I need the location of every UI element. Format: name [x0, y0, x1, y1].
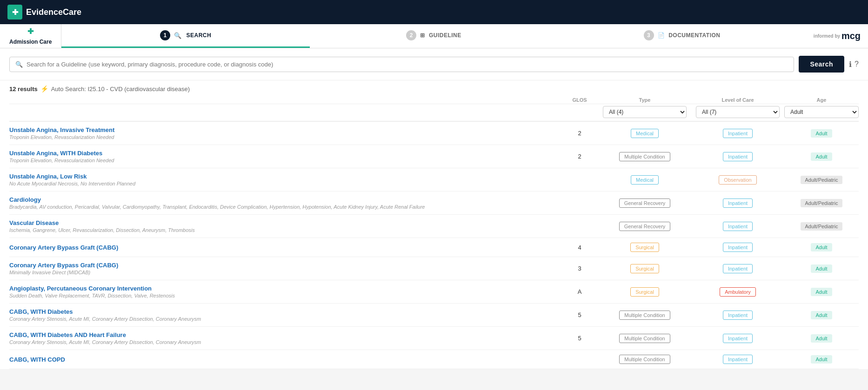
result-title[interactable]: CABG, WITH Diabetes AND Heart Failure: [9, 331, 561, 338]
result-title[interactable]: Unstable Angina, Low Risk: [9, 173, 561, 180]
result-title[interactable]: CABG, WITH Diabetes: [9, 308, 561, 315]
search-input[interactable]: [27, 61, 788, 68]
level-badge: Inpatient: [723, 264, 753, 273]
type-badge: Medical: [631, 129, 659, 138]
type-badge: Multiple Condition: [619, 152, 670, 161]
level-filter-wrapper[interactable]: All (7): [691, 106, 784, 118]
result-age-badge: Adult: [784, 264, 859, 273]
result-info: Angioplasty, Percutaneous Coronary Inter…: [9, 285, 561, 298]
result-glos: A: [561, 288, 598, 295]
result-age-badge: Adult: [784, 129, 859, 138]
search-button[interactable]: Search: [799, 56, 844, 73]
age-filter-wrapper[interactable]: Adult: [784, 106, 859, 118]
step2-num: 2: [406, 30, 416, 40]
col-glos-header: GLOS: [561, 97, 598, 103]
admission-icon: ✚: [27, 27, 33, 36]
results-count: 12 results: [9, 86, 38, 93]
result-title[interactable]: Coronary Artery Bypass Graft (CABG): [9, 262, 561, 269]
type-badge: Surgical: [630, 264, 659, 273]
result-age-badge: Adult: [784, 288, 859, 296]
level-badge: Inpatient: [723, 243, 753, 252]
info-icon[interactable]: ℹ: [849, 60, 852, 69]
result-info: CABG, WITH COPD: [9, 356, 561, 363]
age-filter-select[interactable]: Adult: [784, 106, 859, 118]
age-badge: Adult: [811, 355, 832, 364]
auto-search-text: Auto Search: I25.10 - CVD (cardiovascula…: [51, 86, 190, 93]
table-row: Coronary Artery Bypass Graft (CABG) 4 Su…: [9, 238, 859, 257]
type-filter-select[interactable]: All (4): [603, 106, 687, 118]
result-title[interactable]: Vascular Disease: [9, 219, 561, 226]
level-badge: Inpatient: [723, 311, 753, 320]
result-type-badge: General Recovery: [598, 198, 691, 208]
result-glos: 4: [561, 244, 598, 251]
logo: ✚ EvidenceCare: [7, 5, 81, 20]
result-level-badge: Inpatient: [691, 355, 784, 364]
result-title[interactable]: Cardiology: [9, 196, 561, 203]
logo-icon: ✚: [7, 5, 22, 20]
step3-label: DOCUMENTATION: [668, 32, 720, 39]
tab-admission-care[interactable]: ✚ Admission Care: [0, 24, 61, 48]
type-badge: Surgical: [630, 287, 659, 297]
search-input-wrapper[interactable]: 🔍: [9, 57, 794, 72]
search-container: 🔍 Search ℹ ?: [0, 48, 868, 80]
result-age-badge: Adult: [784, 152, 859, 161]
result-subtitle: Ischemia, Gangrene, Ulcer, Revasculariza…: [9, 227, 561, 233]
table-row: CABG, WITH Diabetes AND Heart Failure Co…: [9, 327, 859, 350]
age-badge: Adult: [811, 334, 832, 343]
result-level-badge: Observation: [691, 175, 784, 185]
type-filter-wrapper[interactable]: All (4): [598, 106, 691, 118]
result-glos: 5: [561, 311, 598, 318]
table-row: Coronary Artery Bypass Graft (CABG) Mini…: [9, 257, 859, 280]
mcg-badge: informed by mcg: [806, 24, 868, 48]
result-age-badge: Adult: [784, 355, 859, 364]
result-info: Coronary Artery Bypass Graft (CABG) Mini…: [9, 262, 561, 275]
results-list: Unstable Angina, Invasive Treatment Trop…: [9, 122, 859, 369]
result-glos: 2: [561, 130, 598, 137]
result-level-badge: Inpatient: [691, 334, 784, 343]
type-badge: Multiple Condition: [619, 311, 670, 320]
age-badge: Adult: [811, 264, 832, 273]
results-area: 12 results ⚡ Auto Search: I25.10 - CVD (…: [0, 80, 868, 369]
result-level-badge: Inpatient: [691, 222, 784, 231]
tab-documentation[interactable]: 3 📄 DOCUMENTATION: [558, 24, 806, 48]
level-badge: Ambulatory: [720, 287, 756, 297]
result-type-badge: Multiple Condition: [598, 311, 691, 320]
result-title[interactable]: CABG, WITH COPD: [9, 356, 561, 363]
result-type-badge: Surgical: [598, 264, 691, 273]
result-title[interactable]: Coronary Artery Bypass Graft (CABG): [9, 244, 561, 251]
result-age-badge: Adult/Pediatric: [784, 199, 859, 207]
result-level-badge: Inpatient: [691, 152, 784, 161]
header: ✚ EvidenceCare: [0, 0, 868, 24]
search-magnifier-icon: 🔍: [15, 61, 23, 68]
result-glos: 5: [561, 335, 598, 342]
result-info: Coronary Artery Bypass Graft (CABG): [9, 244, 561, 251]
result-title[interactable]: Angioplasty, Percutaneous Coronary Inter…: [9, 285, 561, 292]
step3-num: 3: [644, 30, 654, 40]
result-type-badge: Multiple Condition: [598, 152, 691, 161]
level-badge: Inpatient: [723, 129, 753, 138]
result-age-badge: Adult: [784, 311, 859, 319]
mcg-brand-label: mcg: [841, 31, 861, 41]
type-badge: General Recovery: [619, 198, 671, 208]
tab-guideline[interactable]: 2 ⊞ GUIDELINE: [310, 24, 558, 48]
level-badge: Inpatient: [723, 355, 753, 364]
level-filter-select[interactable]: All (7): [696, 106, 780, 118]
col-age-header: Age: [784, 97, 859, 103]
age-badge: Adult: [811, 152, 832, 161]
result-glos: 3: [561, 265, 598, 272]
result-info: Cardiology Bradycardia, AV conduction, P…: [9, 196, 561, 210]
result-title[interactable]: Unstable Angina, WITH Diabetes: [9, 150, 561, 157]
help-icon[interactable]: ?: [855, 60, 859, 69]
results-header: 12 results ⚡ Auto Search: I25.10 - CVD (…: [9, 80, 859, 95]
level-badge: Inpatient: [723, 222, 753, 231]
tab-search[interactable]: 1 🔍 SEARCH: [61, 24, 310, 48]
result-type-badge: Medical: [598, 129, 691, 138]
step2-label: GUIDELINE: [429, 32, 461, 39]
result-subtitle: Troponin Elevation, Revascularization Ne…: [9, 134, 561, 140]
result-info: Unstable Angina, Invasive Treatment Trop…: [9, 126, 561, 140]
result-level-badge: Inpatient: [691, 129, 784, 138]
result-subtitle: No Acute Myocardial Necrosis, No Interve…: [9, 181, 561, 186]
result-title[interactable]: Unstable Angina, Invasive Treatment: [9, 126, 561, 133]
table-row: Unstable Angina, Low Risk No Acute Myoca…: [9, 168, 859, 192]
informed-by-label: informed by: [814, 33, 840, 39]
